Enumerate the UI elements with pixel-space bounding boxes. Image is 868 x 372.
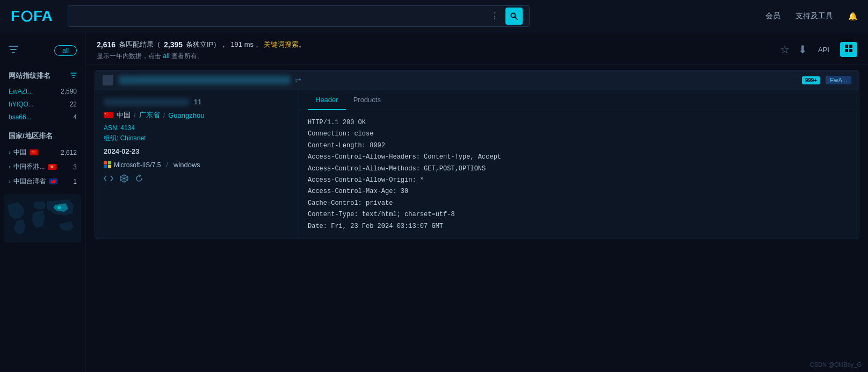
all-link[interactable]: all bbox=[163, 52, 169, 60]
refresh-icon[interactable] bbox=[135, 174, 143, 185]
blurred-url bbox=[119, 76, 291, 84]
city-link[interactable]: Guangzhou bbox=[168, 111, 204, 119]
nav-support[interactable]: 支持及工具 bbox=[795, 11, 833, 21]
main-layout: all 网站指纹排名 EwAZt... 2,590 hYtQO... 22 bs… bbox=[0, 32, 868, 372]
cube-icon[interactable] bbox=[120, 174, 128, 185]
tab-header[interactable]: Header bbox=[308, 90, 346, 110]
card-org: 组织: Chinanet bbox=[104, 134, 290, 143]
grid-view-button[interactable] bbox=[840, 42, 857, 57]
fingerprint-item-1[interactable]: hYtQO... 22 bbox=[0, 98, 85, 111]
results-unique-unit: 条独立IP）， bbox=[186, 40, 227, 49]
fingerprint-section-title: 网站指纹排名 bbox=[0, 65, 85, 85]
card-header-bar: ⇌ 999+ EwA... bbox=[95, 70, 859, 90]
more-icon[interactable]: ⋮ bbox=[490, 11, 499, 21]
chevron-right-icon-tw: › bbox=[9, 178, 10, 184]
flag-hongkong: 🇭🇰 bbox=[48, 164, 56, 170]
org-link[interactable]: Chinanet bbox=[120, 134, 146, 142]
header-line-9: Date: Fri, 23 Feb 2024 03:13:07 GMT bbox=[308, 221, 850, 232]
svg-rect-12 bbox=[845, 49, 848, 52]
svg-point-9 bbox=[57, 206, 61, 209]
logo[interactable]: F FA bbox=[11, 6, 59, 26]
flag-taiwan: 🇹🇼 bbox=[49, 178, 57, 184]
header-line-0: HTTP/1.1 200 OK bbox=[308, 117, 850, 128]
card-action-icons bbox=[104, 174, 290, 185]
header-line-1: Connection: close bbox=[308, 128, 850, 139]
api-button[interactable]: API bbox=[816, 45, 831, 55]
ewa-badge[interactable]: EwA... bbox=[826, 76, 851, 84]
flag-china: 🇨🇳 bbox=[30, 149, 38, 155]
svg-line-4 bbox=[515, 17, 518, 19]
search-input[interactable]: app="顶讯科技-易宝OA系统" bbox=[75, 12, 490, 20]
results-unique: 2,395 bbox=[164, 40, 183, 49]
nav-member[interactable]: 会员 bbox=[765, 11, 780, 21]
fingerprint-item-2[interactable]: bsa66... 4 bbox=[0, 111, 85, 124]
asn-link[interactable]: 4134 bbox=[120, 124, 135, 132]
card-date: 2024-02-23 bbox=[104, 147, 290, 155]
header-line-7: Cache-Control: private bbox=[308, 198, 850, 209]
fingerprint-item-0[interactable]: EwAZt... 2,590 bbox=[0, 85, 85, 98]
results-actions: ☆ ⬇ API bbox=[780, 40, 857, 57]
header-line-5: Access-Control-Allow-Origin: * bbox=[308, 175, 850, 185]
card-location: 中国 / 广东省 / Guangzhou bbox=[104, 110, 290, 120]
sidebar: all 网站指纹排名 EwAZt... 2,590 hYtQO... 22 bs… bbox=[0, 32, 86, 372]
svg-point-1 bbox=[22, 11, 32, 21]
svg-rect-14 bbox=[104, 112, 113, 118]
results-time: 191 ms， bbox=[230, 40, 261, 49]
card-right-panel: Header Products HTTP/1.1 200 OK Connecti… bbox=[299, 90, 859, 239]
bell-icon[interactable]: 🔔 bbox=[848, 12, 857, 20]
filter-icon[interactable] bbox=[9, 46, 18, 55]
results-bar: 2,616 条匹配结果（ 2,395 条独立IP）， 191 ms， 关键词搜索… bbox=[86, 32, 868, 65]
header-line-8: Content-Type: text/html; charset=utf-8 bbox=[308, 209, 850, 220]
result-card: ⇌ 999+ EwA... 11 bbox=[95, 70, 859, 239]
search-bar[interactable]: app="顶讯科技-易宝OA系统" ⋮ bbox=[68, 5, 530, 27]
top-bar: F FA app="顶讯科技-易宝OA系统" ⋮ 会员 支持及工具 🔔 bbox=[0, 0, 868, 32]
results-info: 2,616 条匹配结果（ 2,395 条独立IP）， 191 ms， 关键词搜索… bbox=[97, 40, 306, 61]
results-unit: 条匹配结果（ bbox=[119, 40, 161, 49]
chevron-right-icon: › bbox=[9, 149, 10, 155]
favicon bbox=[103, 75, 113, 85]
results-line1: 2,616 条匹配结果（ 2,395 条独立IP）， 191 ms， 关键词搜索… bbox=[97, 40, 306, 49]
card-asn: ASN: 4134 bbox=[104, 124, 290, 132]
svg-rect-7 bbox=[12, 52, 15, 53]
header-line-2: Content-Length: 8992 bbox=[308, 140, 850, 151]
svg-rect-11 bbox=[849, 45, 852, 48]
svg-rect-6 bbox=[10, 49, 17, 50]
results-line2: 显示一年内数据，点击 all 查看所有。 bbox=[97, 52, 306, 61]
country-item-0[interactable]: › 中国 🇨🇳 2,612 bbox=[0, 145, 85, 160]
code-icon[interactable] bbox=[104, 175, 113, 184]
svg-text:F: F bbox=[11, 8, 20, 24]
header-line-3: Access-Control-Allow-Headers: Content-Ty… bbox=[308, 152, 850, 162]
card-tech: Microsoft-IIS/7.5 / windows bbox=[104, 161, 290, 169]
country-item-2[interactable]: › 中国台湾省 🇹🇼 1 bbox=[0, 174, 85, 189]
card-left-panel: 11 中国 / 广东省 / bbox=[95, 90, 299, 239]
chevron-right-icon-hk: › bbox=[9, 164, 10, 170]
tab-products[interactable]: Products bbox=[346, 90, 388, 110]
header-line-4: Access-Control-Allow-Methods: GET,POST,O… bbox=[308, 163, 850, 174]
star-icon[interactable]: ☆ bbox=[780, 43, 790, 56]
svg-rect-10 bbox=[845, 45, 848, 48]
country-item-1[interactable]: › 中国香港... 🇭🇰 3 bbox=[0, 160, 85, 174]
link-icon: ⇌ bbox=[295, 76, 301, 84]
card-port: 11 bbox=[194, 98, 201, 106]
svg-text:FA: FA bbox=[33, 8, 53, 24]
tech-iis[interactable]: Microsoft-IIS/7.5 bbox=[104, 161, 161, 169]
tech-windows[interactable]: windows bbox=[173, 161, 200, 169]
content-area: 2,616 条匹配结果（ 2,395 条独立IP）， 191 ms， 关键词搜索… bbox=[86, 32, 868, 372]
keyword-search-link[interactable]: 关键词搜索。 bbox=[264, 40, 306, 49]
search-button[interactable] bbox=[505, 8, 523, 25]
header-content: HTTP/1.1 200 OK Connection: close Conten… bbox=[299, 110, 859, 239]
sidebar-filter-row: all bbox=[0, 41, 85, 65]
china-flag-icon bbox=[104, 112, 113, 118]
country-section-title: 国家/地区排名 bbox=[0, 124, 85, 145]
card-ip-row: 11 bbox=[104, 98, 290, 106]
download-icon[interactable]: ⬇ bbox=[798, 43, 807, 56]
count-badge[interactable]: 999+ bbox=[802, 76, 821, 84]
card-url: ⇌ bbox=[119, 76, 797, 84]
microsoft-logo-icon bbox=[104, 161, 111, 169]
world-map bbox=[4, 194, 81, 242]
watermark: CSDN @OldBoy_G bbox=[810, 361, 862, 368]
filter-all-pill[interactable]: all bbox=[54, 45, 77, 56]
blurred-ip bbox=[104, 98, 190, 106]
filter-small-icon[interactable] bbox=[70, 72, 77, 80]
province-link[interactable]: 广东省 bbox=[139, 110, 160, 120]
